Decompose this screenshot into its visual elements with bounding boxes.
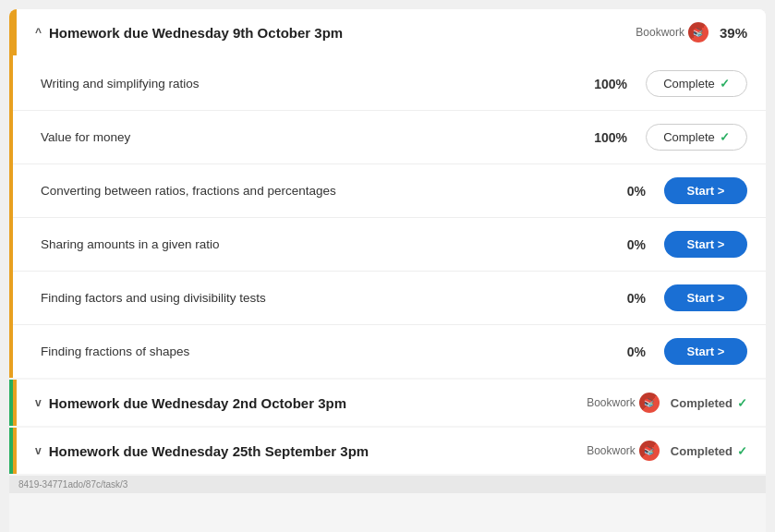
task-2-complete-button[interactable]: Complete ✓	[646, 124, 747, 151]
section-2-completed-check-icon: ✓	[737, 396, 747, 410]
bookwork-label-3: Bookwork	[587, 444, 636, 457]
chevron-down-icon-3: v	[35, 444, 42, 457]
task-6-right: 0% Start >	[563, 338, 747, 365]
section-3-title: Homework due Wednesday 25th September 3p…	[49, 443, 369, 459]
bookwork-icon-2: 📚	[639, 393, 660, 413]
task-1-name: Writing and simplifying ratios	[41, 77, 563, 91]
task-1-right: 100% Complete ✓	[563, 70, 747, 97]
bookwork-icon-3: 📚	[639, 441, 660, 461]
section-3-header-left: v Homework due Wednesday 25th September …	[35, 443, 369, 459]
task-3-pct: 0%	[613, 184, 646, 199]
task-2-name: Value for money	[41, 130, 563, 144]
section-2-header[interactable]: v Homework due Wednesday 2nd October 3pm…	[13, 380, 766, 426]
section-3-completed-check-icon: ✓	[737, 444, 747, 458]
section-2-header-left: v Homework due Wednesday 2nd October 3pm	[35, 395, 346, 411]
chevron-up-icon: ^	[35, 26, 42, 39]
section-1-header-left: ^ Homework due Wednesday 9th October 3pm	[35, 25, 343, 41]
task-6-start-button[interactable]: Start >	[664, 338, 747, 365]
task-4-start-button[interactable]: Start >	[664, 231, 747, 258]
task-5-pct: 0%	[613, 291, 646, 306]
url-bar: 8419-34771ado/87c/task/3	[9, 476, 766, 493]
section-3-header[interactable]: v Homework due Wednesday 25th September …	[13, 428, 766, 474]
task-row-1: Writing and simplifying ratios 100% Comp…	[13, 57, 766, 111]
task-3-start-button[interactable]: Start >	[664, 177, 747, 204]
bookwork-label-1: Bookwork	[636, 26, 684, 39]
task-row-2: Value for money 100% Complete ✓	[13, 111, 766, 164]
task-4-name: Sharing amounts in a given ratio	[41, 237, 563, 251]
section-2-completed-label: Completed	[671, 396, 733, 410]
task-5-btn-label: Start >	[687, 291, 725, 305]
task-1-pct: 100%	[594, 77, 627, 91]
main-container: ^ Homework due Wednesday 9th October 3pm…	[9, 9, 766, 532]
task-3-name: Converting between ratios, fractions and…	[41, 184, 563, 198]
bookwork-icon-1: 📚	[688, 22, 708, 42]
section-3: v Homework due Wednesday 25th September …	[9, 428, 766, 474]
task-3-right: 0% Start >	[563, 177, 747, 204]
task-6-pct: 0%	[613, 345, 646, 359]
task-row-3: Converting between ratios, fractions and…	[13, 164, 766, 218]
section-3-completed-badge: Completed ✓	[671, 444, 747, 458]
task-2-check-icon: ✓	[720, 130, 730, 144]
bookwork-badge-1: Bookwork 📚	[636, 22, 708, 42]
task-2-btn-label: Complete	[663, 130, 715, 144]
section-1-header-right: Bookwork 📚 39%	[636, 22, 747, 42]
task-2-right: 100% Complete ✓	[563, 124, 747, 151]
section-3-completed-label: Completed	[671, 444, 733, 458]
task-5-name: Finding factors and using divisibility t…	[41, 291, 563, 305]
task-row-6: Finding fractions of shapes 0% Start >	[13, 325, 766, 378]
task-4-pct: 0%	[613, 237, 646, 252]
task-5-start-button[interactable]: Start >	[664, 284, 747, 311]
bookwork-badge-2: Bookwork 📚	[587, 393, 660, 413]
section-2: v Homework due Wednesday 2nd October 3pm…	[9, 380, 766, 426]
section-2-title: Homework due Wednesday 2nd October 3pm	[49, 395, 346, 411]
task-6-name: Finding fractions of shapes	[41, 345, 563, 358]
section-1-header[interactable]: ^ Homework due Wednesday 9th October 3pm…	[13, 9, 766, 55]
section-2-header-right: Bookwork 📚 Completed ✓	[587, 393, 747, 413]
task-4-btn-label: Start >	[687, 237, 725, 251]
bookwork-label-2: Bookwork	[587, 396, 636, 409]
task-3-btn-label: Start >	[687, 184, 725, 198]
section-1: ^ Homework due Wednesday 9th October 3pm…	[9, 9, 766, 378]
section-2-completed-badge: Completed ✓	[671, 396, 747, 410]
task-1-complete-button[interactable]: Complete ✓	[646, 70, 747, 97]
task-2-pct: 100%	[594, 130, 627, 145]
task-1-check-icon: ✓	[720, 77, 730, 91]
task-row-4: Sharing amounts in a given ratio 0% Star…	[13, 218, 766, 272]
task-5-right: 0% Start >	[563, 284, 747, 311]
section-1-title: Homework due Wednesday 9th October 3pm	[49, 25, 343, 41]
bookwork-badge-3: Bookwork 📚	[587, 441, 660, 461]
chevron-down-icon-2: v	[35, 396, 42, 409]
task-4-right: 0% Start >	[563, 231, 747, 258]
task-row-5: Finding factors and using divisibility t…	[13, 272, 766, 325]
url-text: 8419-34771ado/87c/task/3	[18, 479, 127, 490]
task-6-btn-label: Start >	[687, 345, 725, 358]
section-1-percentage: 39%	[720, 25, 747, 41]
section-3-header-right: Bookwork 📚 Completed ✓	[587, 441, 747, 461]
task-1-btn-label: Complete	[663, 77, 715, 91]
